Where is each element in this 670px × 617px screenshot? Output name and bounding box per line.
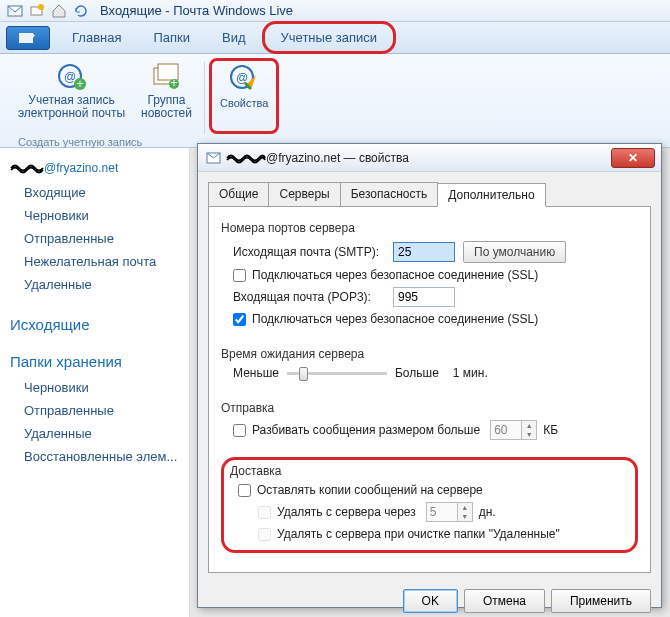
default-ports-button[interactable]: По умолчанию	[463, 241, 566, 263]
tab-view[interactable]: Вид	[206, 24, 262, 51]
timeout-legend: Время ожидания сервера	[221, 347, 638, 361]
storage-drafts[interactable]: Черновики	[8, 376, 181, 399]
svg-point-2	[38, 4, 44, 10]
remove-on-delete-checkbox	[258, 528, 271, 541]
smtp-ssl-checkbox[interactable]	[233, 269, 246, 282]
leave-copy-label: Оставлять копии сообщений на сервере	[257, 483, 483, 497]
dlg-tab-servers[interactable]: Серверы	[268, 182, 340, 206]
split-label: Разбивать сообщения размером больше	[252, 423, 480, 437]
timeout-value: 1 мин.	[453, 366, 488, 380]
smtp-ssl-label: Подключаться через безопасное соединение…	[252, 268, 538, 282]
ribbon-divider	[204, 62, 205, 134]
ribbon-label-newsgroup: Группа новостей	[141, 94, 192, 120]
delivery-legend: Доставка	[230, 464, 629, 478]
ok-button[interactable]: OK	[403, 589, 458, 613]
dialog-tabs: Общие Серверы Безопасность Дополнительно	[208, 182, 651, 207]
split-size-spinner[interactable]: ▲▼	[490, 420, 537, 440]
folder-junk[interactable]: Нежелательная почта	[8, 250, 181, 273]
folder-sent[interactable]: Отправленные	[8, 227, 181, 250]
remove-after-unit: дн.	[479, 505, 496, 519]
ribbon-label-email-account: Учетная запись электронной почты	[18, 94, 125, 120]
apply-button[interactable]: Применить	[551, 589, 651, 613]
timeout-less-label: Меньше	[233, 366, 279, 380]
tab-folders[interactable]: Папки	[137, 24, 206, 51]
dlg-tab-general[interactable]: Общие	[208, 182, 269, 206]
pop-ssl-label: Подключаться через безопасное соединение…	[252, 312, 538, 326]
remove-after-checkbox	[258, 506, 271, 519]
refresh-icon[interactable]	[73, 3, 89, 19]
tab-home[interactable]: Главная	[56, 24, 137, 51]
folder-tree: @fryazino.net Входящие Черновики Отправл…	[0, 148, 190, 617]
svg-text:@: @	[63, 70, 75, 84]
storage-sent[interactable]: Отправленные	[8, 399, 181, 422]
home-icon[interactable]	[51, 3, 67, 19]
account-node[interactable]: @fryazino.net	[10, 158, 179, 175]
pop-port-input[interactable]	[393, 287, 455, 307]
properties-dialog: @fryazino.net — свойства ✕ Общие Серверы…	[197, 143, 662, 608]
tab-accounts[interactable]: Учетные записи	[262, 21, 396, 54]
leave-copy-checkbox[interactable]	[238, 484, 251, 497]
svg-rect-3	[19, 33, 33, 43]
dialog-title: @fryazino.net — свойства	[206, 150, 409, 166]
dlg-tab-advanced[interactable]: Дополнительно	[437, 183, 545, 207]
cancel-button[interactable]: Отмена	[464, 589, 545, 613]
storage-restored[interactable]: Восстановленные элем...	[8, 445, 181, 468]
smtp-label: Исходящая почта (SMTP):	[233, 245, 393, 259]
split-unit: КБ	[543, 423, 558, 437]
svg-text:+: +	[171, 76, 178, 90]
mail-icon	[7, 3, 23, 19]
delivery-highlight: Доставка Оставлять копии сообщений на се…	[221, 457, 638, 553]
ribbon-btn-properties[interactable]: @ Свойства	[209, 58, 279, 134]
ribbon-label-properties: Свойства	[220, 97, 268, 110]
timeout-more-label: Больше	[395, 366, 439, 380]
svg-text:+: +	[76, 77, 83, 91]
folder-inbox[interactable]: Входящие	[8, 181, 181, 204]
folder-deleted[interactable]: Удаленные	[8, 273, 181, 296]
remove-on-delete-label: Удалять с сервера при очистке папки "Уда…	[277, 527, 560, 541]
split-checkbox[interactable]	[233, 424, 246, 437]
ribbon: @+ Учетная запись электронной почты + Гр…	[0, 54, 670, 148]
ribbon-btn-newsgroup[interactable]: + Группа новостей	[133, 58, 200, 134]
new-mail-icon[interactable]	[29, 3, 45, 19]
dlg-tab-security[interactable]: Безопасность	[340, 182, 439, 206]
pop-ssl-checkbox[interactable]	[233, 313, 246, 326]
storage-deleted[interactable]: Удаленные	[8, 422, 181, 445]
timeout-slider[interactable]	[287, 372, 387, 375]
ribbon-btn-email-account[interactable]: @+ Учетная запись электронной почты	[10, 58, 133, 134]
pop-label: Входящая почта (POP3):	[233, 290, 393, 304]
window-titlebar: Входящие - Почта Windows Live	[0, 0, 670, 22]
remove-after-label: Удалять с сервера через	[277, 505, 416, 519]
ports-legend: Номера портов сервера	[221, 221, 638, 235]
remove-after-spinner: ▲▼	[426, 502, 473, 522]
section-storage[interactable]: Папки хранения	[10, 353, 179, 370]
window-title: Входящие - Почта Windows Live	[100, 3, 293, 18]
ribbon-tabs: Главная Папки Вид Учетные записи	[0, 22, 670, 54]
folder-drafts[interactable]: Черновики	[8, 204, 181, 227]
section-outbox[interactable]: Исходящие	[10, 316, 179, 333]
dialog-buttons: OK Отмена Применить	[198, 581, 661, 617]
smtp-port-input[interactable]	[393, 242, 455, 262]
dialog-pane: Номера портов сервера Исходящая почта (S…	[208, 207, 651, 573]
app-menu-button[interactable]	[6, 26, 50, 50]
dialog-close-button[interactable]: ✕	[611, 148, 655, 168]
dialog-titlebar: @fryazino.net — свойства ✕	[198, 144, 661, 172]
send-legend: Отправка	[221, 401, 638, 415]
ribbon-group-create-account: @+ Учетная запись электронной почты + Гр…	[10, 58, 279, 147]
